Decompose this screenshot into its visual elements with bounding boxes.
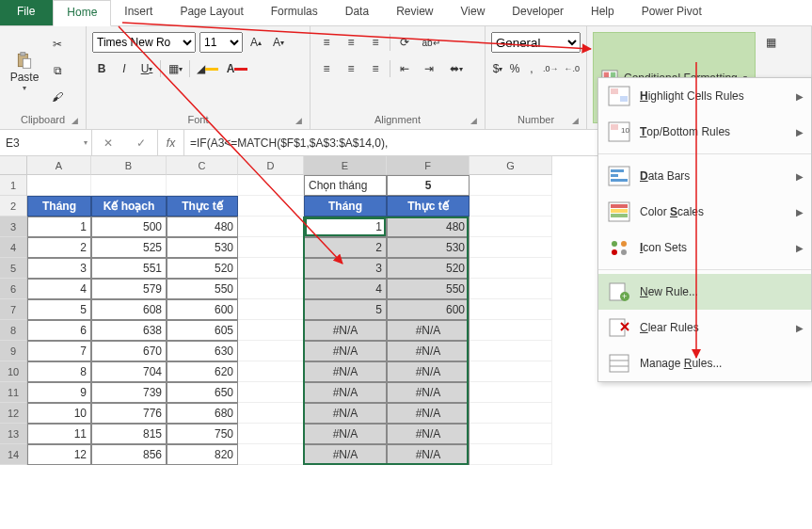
menu-top-bottom[interactable]: 10 Top/Bottom Rules ▶ — [598, 114, 811, 150]
menu-manage-rules[interactable]: Manage Rules... — [598, 345, 811, 381]
select-all-corner[interactable] — [0, 156, 26, 175]
cell-D12[interactable] — [238, 403, 304, 424]
row-header-13[interactable]: 13 — [0, 424, 26, 444]
cell-D6[interactable] — [238, 279, 304, 299]
column-header-G[interactable]: G — [470, 156, 552, 175]
cell-C2[interactable]: Thực tế — [167, 196, 238, 216]
decrease-font-button[interactable]: A▾ — [269, 33, 288, 52]
cell-C7[interactable]: 600 — [167, 299, 238, 320]
tab-insert[interactable]: Insert — [111, 0, 167, 25]
font-size-select[interactable]: 11 — [199, 32, 243, 53]
align-top-button[interactable]: ≡ — [316, 32, 337, 53]
cell-G2[interactable] — [470, 196, 552, 216]
cell-F9[interactable]: #N/A — [387, 341, 470, 361]
align-left-button[interactable]: ≡ — [316, 58, 337, 79]
tab-data[interactable]: Data — [332, 0, 383, 25]
name-box[interactable]: E3 ▾ — [0, 130, 92, 155]
column-header-F[interactable]: F — [387, 156, 470, 175]
cell-D9[interactable] — [238, 341, 304, 361]
tab-help[interactable]: Help — [578, 0, 629, 25]
cell-A2[interactable]: Tháng — [27, 196, 91, 216]
increase-font-button[interactable]: A▴ — [247, 33, 265, 52]
cell-A9[interactable]: 7 — [27, 341, 91, 361]
fx-icon[interactable]: fx — [158, 130, 184, 155]
tab-file[interactable]: File — [0, 0, 53, 25]
cell-G9[interactable] — [470, 341, 552, 361]
cell-B10[interactable]: 704 — [91, 361, 167, 382]
cell-B3[interactable]: 500 — [91, 216, 167, 237]
row-header-9[interactable]: 9 — [0, 341, 26, 361]
cell-C4[interactable]: 530 — [167, 237, 238, 258]
tab-power-pivot[interactable]: Power Pivot — [629, 0, 716, 25]
decrease-decimal-button[interactable]: ←.0 — [563, 58, 581, 79]
cell-B1[interactable] — [91, 175, 167, 196]
cell-D3[interactable] — [238, 216, 304, 237]
borders-button[interactable]: ▦▾ — [165, 58, 185, 79]
cell-D1[interactable] — [238, 175, 304, 196]
clipboard-launcher-icon[interactable]: ◢ — [72, 116, 78, 125]
cell-E14[interactable]: #N/A — [304, 444, 387, 465]
cell-A12[interactable]: 10 — [27, 403, 91, 424]
cell-A14[interactable]: 12 — [27, 444, 91, 465]
cell-G14[interactable] — [470, 444, 552, 465]
font-name-select[interactable]: Times New Ro — [92, 32, 196, 53]
bold-button[interactable]: B — [92, 59, 111, 78]
cell-B4[interactable]: 525 — [91, 237, 167, 258]
column-header-D[interactable]: D — [238, 156, 304, 175]
cell-B12[interactable]: 776 — [91, 403, 167, 424]
cell-A3[interactable]: 1 — [27, 216, 91, 237]
cell-G6[interactable] — [470, 279, 552, 299]
cell-G11[interactable] — [470, 382, 552, 403]
cell-C8[interactable]: 605 — [167, 320, 238, 341]
cell-E6[interactable]: 4 — [304, 279, 387, 299]
currency-button[interactable]: $▾ — [491, 58, 504, 79]
column-header-A[interactable]: A — [27, 156, 91, 175]
cell-D11[interactable] — [238, 382, 304, 403]
align-bottom-button[interactable]: ≡ — [365, 32, 386, 53]
cell-C14[interactable]: 820 — [167, 444, 238, 465]
row-header-1[interactable]: 1 — [0, 175, 26, 196]
column-header-E[interactable]: E — [304, 156, 387, 175]
cell-D7[interactable] — [238, 299, 304, 320]
cell-E3[interactable]: 1 — [304, 216, 387, 237]
cell-D2[interactable] — [238, 196, 304, 216]
paste-button[interactable]: Paste ▾ — [6, 30, 43, 112]
align-right-button[interactable]: ≡ — [365, 58, 386, 79]
cell-E8[interactable]: #N/A — [304, 320, 387, 341]
cell-A6[interactable]: 4 — [27, 279, 91, 299]
cell-C5[interactable]: 520 — [167, 258, 238, 279]
cell-G1[interactable] — [470, 175, 552, 196]
menu-data-bars[interactable]: Data Bars ▶ — [598, 158, 811, 194]
column-header-B[interactable]: B — [91, 156, 167, 175]
cell-B6[interactable]: 579 — [91, 279, 167, 299]
cell-E1[interactable]: Chọn tháng — [304, 175, 387, 196]
cell-E11[interactable]: #N/A — [304, 382, 387, 403]
cell-C10[interactable]: 620 — [167, 361, 238, 382]
underline-button[interactable]: U▾ — [137, 59, 156, 78]
cell-G8[interactable] — [470, 320, 552, 341]
cell-F2[interactable]: Thực tế — [387, 196, 470, 216]
number-format-select[interactable]: General — [491, 32, 581, 53]
cell-F10[interactable]: #N/A — [387, 361, 470, 382]
cell-G7[interactable] — [470, 299, 552, 320]
row-header-4[interactable]: 4 — [0, 237, 26, 258]
row-header-7[interactable]: 7 — [0, 299, 26, 320]
format-painter-button[interactable]: 🖌 — [47, 87, 68, 107]
cell-C13[interactable]: 750 — [167, 424, 238, 444]
cell-G4[interactable] — [470, 237, 552, 258]
cell-E10[interactable]: #N/A — [304, 361, 387, 382]
cell-B8[interactable]: 638 — [91, 320, 167, 341]
cell-A7[interactable]: 5 — [27, 299, 91, 320]
cell-A10[interactable]: 8 — [27, 361, 91, 382]
row-header-10[interactable]: 10 — [0, 361, 26, 382]
alignment-launcher-icon[interactable]: ◢ — [470, 116, 477, 125]
cell-A13[interactable]: 11 — [27, 424, 91, 444]
cell-E2[interactable]: Tháng — [304, 196, 387, 216]
cell-F3[interactable]: 480 — [387, 216, 470, 237]
cell-F7[interactable]: 600 — [387, 299, 470, 320]
tab-developer[interactable]: Developer — [499, 0, 578, 25]
cell-F4[interactable]: 530 — [387, 237, 470, 258]
cell-C3[interactable]: 480 — [167, 216, 238, 237]
cell-C6[interactable]: 550 — [167, 279, 238, 299]
cell-G12[interactable] — [470, 403, 552, 424]
